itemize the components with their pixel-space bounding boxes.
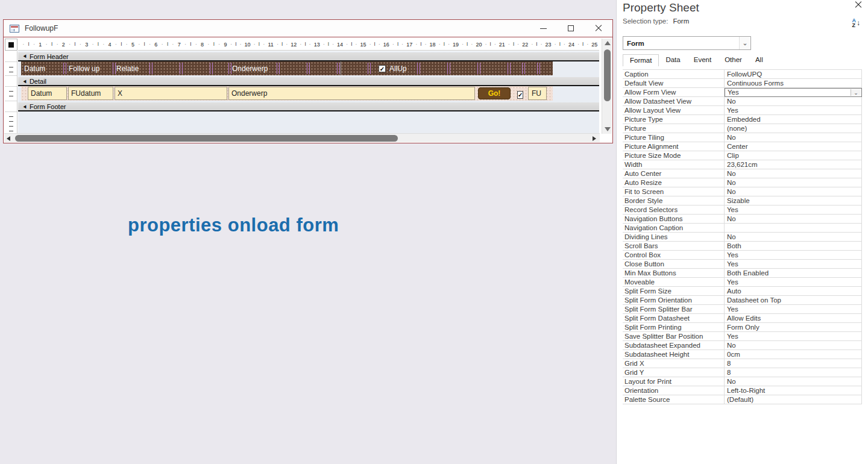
section-bar-detail[interactable]: ◄ Detail (18, 77, 599, 86)
tab-event[interactable]: Event (687, 54, 718, 66)
property-row[interactable]: Split Form OrientationDatasheet on Top (623, 296, 862, 305)
property-row[interactable]: Picture(none) (623, 124, 862, 133)
property-sheet-close-icon[interactable] (854, 1, 863, 9)
fu-label[interactable]: FU (528, 87, 547, 100)
scroll-left-icon[interactable] (7, 136, 10, 141)
property-value[interactable]: No (725, 169, 862, 178)
header-label-onderwerp[interactable]: Onderwerp (232, 61, 268, 75)
form-selector-button[interactable] (5, 39, 17, 51)
checkbox-icon[interactable]: ✓ (379, 65, 386, 72)
property-row[interactable]: CaptionFollowUPQ (623, 70, 862, 79)
field-x[interactable]: X (115, 87, 227, 100)
property-value[interactable]: Clip (725, 151, 862, 160)
property-value[interactable]: Left-to-Right (725, 386, 862, 395)
property-value[interactable]: Yes (725, 205, 862, 215)
fu-checkbox[interactable]: ✓ (517, 89, 523, 99)
property-row[interactable]: Save Splitter Bar PositionYes (623, 332, 862, 341)
tab-format[interactable]: Format (623, 54, 659, 66)
field-fudatum[interactable]: FUdatum (68, 87, 113, 100)
property-value[interactable]: Both (725, 242, 862, 251)
property-value[interactable]: Yes (725, 305, 862, 314)
property-value[interactable]: No (725, 377, 862, 386)
property-row[interactable]: OrientationLeft-to-Right (623, 386, 862, 395)
property-value[interactable]: 8 (725, 368, 862, 377)
property-row[interactable]: MoveableYes (623, 278, 862, 287)
property-row[interactable]: Allow Layout ViewYes (623, 106, 862, 115)
property-value[interactable]: (Default) (725, 395, 862, 404)
property-row[interactable]: Split Form SizeAuto (623, 287, 862, 296)
allup-checkbox[interactable]: ✓ (379, 64, 386, 72)
header-label-follow-up[interactable]: Follow up (69, 61, 99, 75)
property-value[interactable]: 23,621cm (725, 160, 862, 169)
property-value[interactable]: Allow Edits (725, 314, 862, 323)
property-value[interactable]: (none) (725, 124, 862, 133)
property-value[interactable]: No (725, 233, 862, 242)
property-row[interactable]: Navigation Caption (623, 224, 862, 233)
vertical-scrollbar[interactable] (602, 39, 612, 134)
checkbox-icon[interactable]: ✓ (517, 91, 523, 99)
property-row[interactable]: Allow Form ViewYes⌄ (623, 88, 862, 97)
property-row[interactable]: Grid Y8 (623, 368, 862, 377)
header-label-relatie[interactable]: Relatie (116, 61, 139, 75)
property-row[interactable]: Subdatasheet ExpandedNo (623, 341, 862, 350)
property-value[interactable]: No (725, 215, 862, 224)
property-value[interactable]: No (725, 133, 862, 142)
horizontal-scrollbar-thumb[interactable] (15, 135, 398, 142)
property-row[interactable]: Auto ResizeNo (623, 178, 862, 187)
property-row[interactable]: Split Form PrintingForm Only (623, 323, 862, 332)
scroll-right-icon[interactable] (593, 136, 596, 141)
tab-other[interactable]: Other (718, 54, 749, 66)
property-row[interactable]: Auto CenterNo (623, 169, 862, 178)
property-row[interactable]: Min Max ButtonsBoth Enabled (623, 269, 862, 278)
property-row[interactable]: Layout for PrintNo (623, 377, 862, 386)
go-button[interactable]: Go! (478, 87, 511, 99)
property-row[interactable]: Default ViewContinuous Forms (623, 79, 862, 88)
property-value[interactable]: Yes (725, 106, 862, 115)
vertical-scrollbar-thumb[interactable] (604, 49, 611, 101)
minimize-button[interactable] (529, 20, 557, 37)
property-row[interactable]: Picture TypeEmbedded (623, 115, 862, 124)
property-value[interactable]: 0cm (725, 350, 862, 359)
field-onderwerp[interactable]: Onderwerp (228, 87, 475, 100)
property-row[interactable]: Allow Datasheet ViewNo (623, 97, 862, 106)
property-row[interactable]: Fit to ScreenNo (623, 187, 862, 196)
tab-data[interactable]: Data (659, 54, 687, 66)
property-value[interactable]: Datasheet on Top (725, 296, 862, 305)
property-row[interactable]: Close ButtonYes (623, 260, 862, 269)
property-row[interactable]: Split Form DatasheetAllow Edits (623, 314, 862, 323)
property-row[interactable]: Control BoxYes (623, 251, 862, 260)
property-value[interactable]: Yes (725, 260, 862, 269)
property-row[interactable]: Record SelectorsYes (623, 205, 862, 215)
property-row[interactable]: Picture TilingNo (623, 133, 862, 142)
scroll-down-icon[interactable] (605, 127, 611, 131)
property-value[interactable]: Yes (725, 332, 862, 341)
property-value[interactable] (725, 224, 862, 233)
property-row[interactable]: Split Form Splitter BarYes (623, 305, 862, 314)
property-value[interactable]: Yes (725, 251, 862, 260)
maximize-button[interactable] (557, 20, 585, 37)
property-row[interactable]: Picture Size ModeClip (623, 151, 862, 160)
property-value[interactable]: Embedded (725, 115, 862, 124)
property-value[interactable]: Continuous Forms (725, 79, 862, 88)
property-value[interactable]: Yes (725, 278, 862, 287)
property-value[interactable]: Auto (725, 287, 862, 296)
property-value[interactable]: Center (725, 142, 862, 151)
object-selector-dropdown[interactable]: Form ⌄ (623, 36, 751, 50)
property-row[interactable]: Grid X8 (623, 359, 862, 368)
property-value[interactable]: FollowUPQ (725, 70, 862, 79)
property-value[interactable]: Both Enabled (725, 269, 862, 278)
property-row[interactable]: Width23,621cm (623, 160, 862, 169)
detail-band[interactable]: Datum FUdatum X Onderwerp Go! ✓ FU (21, 86, 553, 101)
property-value[interactable]: No (725, 97, 862, 106)
horizontal-scrollbar[interactable] (4, 133, 600, 142)
property-row[interactable]: Subdatasheet Height0cm (623, 350, 862, 359)
tab-all[interactable]: All (749, 54, 770, 66)
window-titlebar[interactable]: FollowupF (4, 20, 612, 37)
property-value[interactable]: No (725, 187, 862, 196)
header-label-datum[interactable]: Datum (24, 61, 45, 75)
scroll-up-icon[interactable] (605, 41, 611, 45)
property-value[interactable]: No (725, 341, 862, 350)
property-value[interactable]: No (725, 178, 862, 187)
sort-az-icon[interactable]: AZ↓ (852, 18, 861, 28)
header-label-allup[interactable]: AllUp (389, 61, 407, 75)
